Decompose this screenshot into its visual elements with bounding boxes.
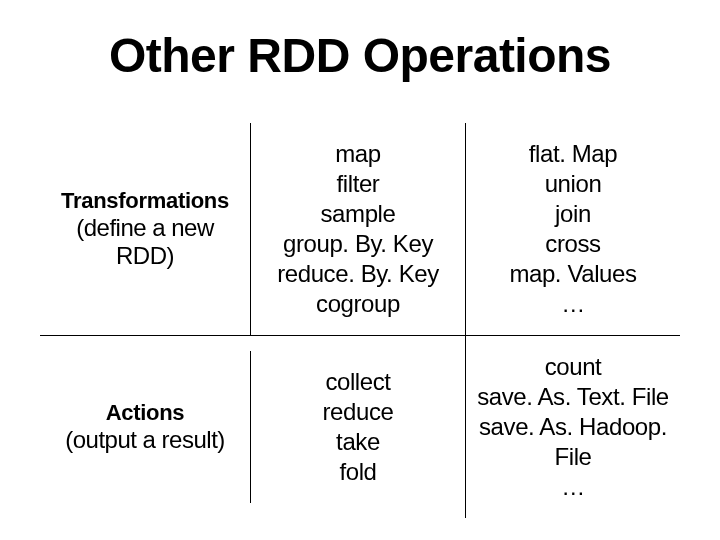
- op: fold: [257, 457, 459, 487]
- op: …: [472, 289, 674, 319]
- col-2: flat. Map union join cross map. Values …: [465, 123, 680, 335]
- row-label: Actions (output a result): [40, 382, 250, 472]
- row-actions: Actions (output a result) collect reduce…: [40, 336, 680, 518]
- op: filter: [257, 169, 459, 199]
- op: cogroup: [257, 289, 459, 319]
- slide-title: Other RDD Operations: [30, 28, 690, 83]
- col-1: collect reduce take fold: [250, 351, 465, 503]
- op: count: [472, 352, 674, 382]
- col-1: map filter sample group. By. Key reduce.…: [250, 123, 465, 335]
- op: cross: [472, 229, 674, 259]
- row-subheader: (define a new RDD): [46, 214, 244, 270]
- op: reduce. By. Key: [257, 259, 459, 289]
- row-header: Transformations: [46, 188, 244, 214]
- op: collect: [257, 367, 459, 397]
- op: map. Values: [472, 259, 674, 289]
- op: …: [472, 472, 674, 502]
- row-label: Transformations (define a new RDD): [40, 170, 250, 288]
- content: Transformations (define a new RDD) map f…: [30, 123, 690, 518]
- slide: Other RDD Operations Transformations (de…: [0, 0, 720, 540]
- op: save. As. Text. File: [472, 382, 674, 412]
- op: union: [472, 169, 674, 199]
- op: join: [472, 199, 674, 229]
- op: flat. Map: [472, 139, 674, 169]
- op: sample: [257, 199, 459, 229]
- col-2: count save. As. Text. File save. As. Had…: [465, 336, 680, 518]
- op: save. As. Hadoop. File: [472, 412, 674, 472]
- op: map: [257, 139, 459, 169]
- row-header: Actions: [46, 400, 244, 426]
- op: reduce: [257, 397, 459, 427]
- row-transformations: Transformations (define a new RDD) map f…: [40, 123, 680, 336]
- op: group. By. Key: [257, 229, 459, 259]
- op: take: [257, 427, 459, 457]
- row-subheader: (output a result): [46, 426, 244, 454]
